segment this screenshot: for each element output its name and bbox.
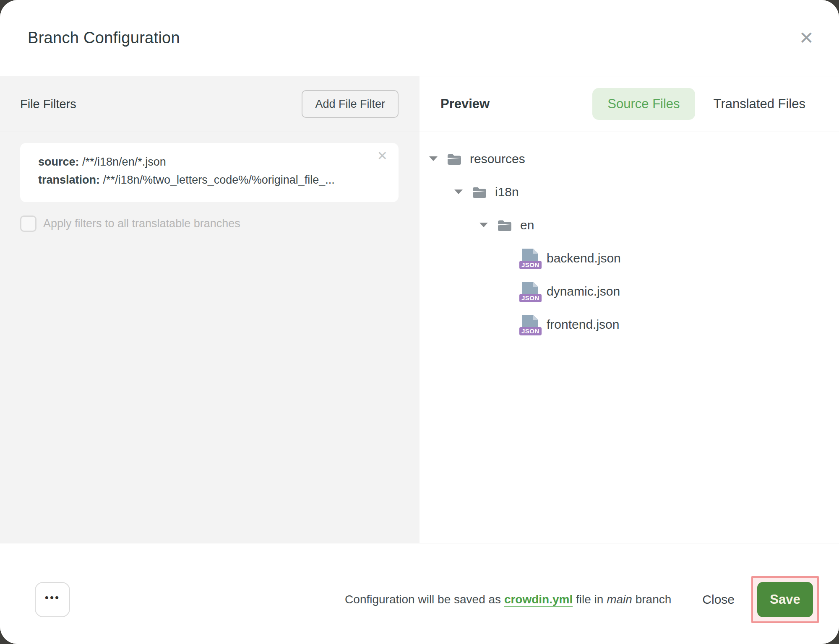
apply-filters-label: Apply filters to all translatable branch… bbox=[43, 217, 240, 230]
tab-source-files[interactable]: Source Files bbox=[592, 88, 695, 120]
remove-filter-icon[interactable]: ✕ bbox=[377, 150, 388, 162]
file-filters-content: source: /**/i18n/en/*.json translation: … bbox=[0, 132, 420, 232]
filter-translation-value: /**/i18n/%two_letters_code%/%original_fi… bbox=[100, 174, 335, 186]
filter-source-line: source: /**/i18n/en/*.json bbox=[38, 153, 369, 171]
tree-row-folder-en[interactable]: en bbox=[420, 208, 839, 242]
close-icon[interactable]: ✕ bbox=[799, 29, 814, 47]
tab-translated-files[interactable]: Translated Files bbox=[714, 96, 805, 112]
branch-name: main bbox=[607, 593, 632, 606]
folder-icon bbox=[497, 219, 512, 231]
tree-label: dynamic.json bbox=[547, 284, 620, 299]
preview-header: Preview Source Files Translated Files bbox=[420, 76, 839, 132]
folder-icon bbox=[447, 153, 462, 165]
note-prefix: Configuration will be saved as bbox=[345, 593, 504, 606]
filter-card[interactable]: source: /**/i18n/en/*.json translation: … bbox=[20, 143, 399, 202]
json-badge: JSON bbox=[519, 261, 542, 269]
preview-tabs: Source Files Translated Files bbox=[592, 88, 805, 120]
filter-translation-line: translation: /**/i18n/%two_letters_code%… bbox=[38, 171, 369, 189]
crowdin-yml-link[interactable]: crowdin.yml bbox=[504, 593, 573, 606]
footer-inner: ••• Configuration will be saved as crowd… bbox=[35, 576, 819, 623]
filter-source-value: /**/i18n/en/*.json bbox=[79, 156, 166, 168]
apply-filters-row: Apply filters to all translatable branch… bbox=[20, 216, 399, 232]
file-filters-panel: File Filters Add File Filter source: /**… bbox=[0, 76, 420, 543]
ellipsis-icon: ••• bbox=[45, 592, 60, 603]
tree-row-folder-i18n[interactable]: i18n bbox=[420, 175, 839, 208]
json-file-icon: JSON bbox=[522, 249, 538, 268]
note-suffix: branch bbox=[632, 593, 671, 606]
tree-row-folder-resources[interactable]: resources bbox=[420, 142, 839, 175]
apply-filters-checkbox[interactable] bbox=[20, 216, 36, 232]
json-file-icon: JSON bbox=[522, 315, 538, 334]
note-middle: file in bbox=[573, 593, 607, 606]
chevron-down-icon[interactable] bbox=[479, 223, 488, 227]
add-file-filter-button[interactable]: Add File Filter bbox=[302, 90, 399, 118]
tree-label: backend.json bbox=[547, 251, 621, 265]
file-filters-heading: File Filters bbox=[20, 97, 76, 111]
file-filters-header: File Filters Add File Filter bbox=[0, 76, 420, 132]
save-button-highlight: Save bbox=[751, 576, 819, 623]
tree-row-file-dynamic-json[interactable]: JSON dynamic.json bbox=[420, 275, 839, 308]
save-button[interactable]: Save bbox=[757, 582, 813, 617]
filter-translation-key: translation: bbox=[38, 174, 100, 186]
tree-label: frontend.json bbox=[547, 317, 619, 332]
json-badge: JSON bbox=[519, 294, 542, 302]
preview-panel: Preview Source Files Translated Files re… bbox=[420, 76, 839, 543]
dialog-header: Branch Configuration ✕ bbox=[0, 0, 839, 76]
chevron-down-icon[interactable] bbox=[429, 156, 438, 161]
chevron-down-icon[interactable] bbox=[454, 190, 463, 194]
tree-row-file-frontend-json[interactable]: JSON frontend.json bbox=[420, 308, 839, 341]
filter-source-key: source: bbox=[38, 156, 79, 168]
dialog-footer: ••• Configuration will be saved as crowd… bbox=[0, 543, 839, 644]
close-button[interactable]: Close bbox=[702, 592, 735, 607]
folder-icon bbox=[472, 186, 487, 198]
tree-label: i18n bbox=[495, 185, 519, 199]
save-location-note: Configuration will be saved as crowdin.y… bbox=[345, 593, 671, 606]
json-file-icon: JSON bbox=[522, 282, 538, 301]
page-title: Branch Configuration bbox=[28, 29, 180, 47]
file-tree: resources i18n en JSON bbox=[420, 132, 839, 341]
branch-configuration-dialog: Branch Configuration ✕ File Filters Add … bbox=[0, 0, 839, 644]
tree-row-file-backend-json[interactable]: JSON backend.json bbox=[420, 242, 839, 275]
tree-label: resources bbox=[470, 152, 525, 166]
tree-label: en bbox=[520, 218, 534, 232]
json-badge: JSON bbox=[519, 327, 542, 335]
preview-heading: Preview bbox=[440, 96, 490, 112]
more-options-button[interactable]: ••• bbox=[35, 582, 70, 617]
dialog-body: File Filters Add File Filter source: /**… bbox=[0, 76, 839, 543]
